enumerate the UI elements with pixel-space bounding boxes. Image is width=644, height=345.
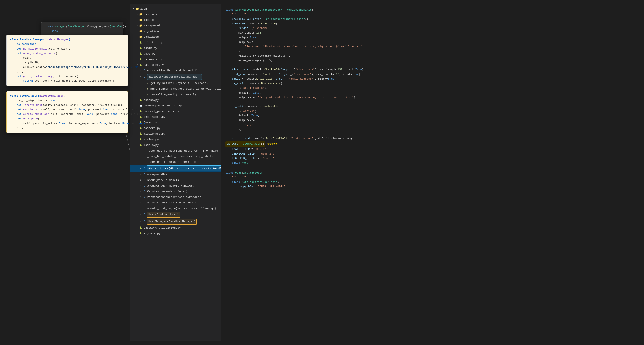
folder-icon-locale: 📁 <box>139 18 143 22</box>
tree-item-signals[interactable]: 🐍 signals.py <box>130 231 221 236</box>
tree-label-update-last-login: update_last_login(sender, user, **kwargs… <box>147 206 216 211</box>
chevron-groupmanager <box>139 184 142 188</box>
py-icon-backends: 🐍 <box>139 57 143 61</box>
tree-item-permission[interactable]: C Permission(models.Model) <box>130 189 221 194</box>
chevron-permissionmanager <box>139 195 142 199</box>
tree-label-usermanager: UserManager(BaseUserManager) <box>147 219 197 225</box>
tree-label-auth: auth <box>140 6 147 11</box>
tree-item-get-by-natural-key[interactable]: m get_by_natural_key(self, username) <box>130 80 221 86</box>
class-icon-permission: C <box>142 190 146 194</box>
tree-item-baseusermanager[interactable]: C BaseUserManager(models.Manager) <box>130 74 221 80</box>
tree-item-password-validation[interactable]: 🐍 password_validation.py <box>130 225 221 231</box>
tree-label-abstractbaseuser: AbstractBaseUser(models.Model) <box>147 68 198 73</box>
chevron-migrations <box>135 30 139 33</box>
tree-item-permissionmanager[interactable]: C PermissionManager(models.Manager) <box>130 194 221 200</box>
method-icon-make-random-password: m <box>146 87 150 91</box>
tree-item-migrations[interactable]: 📁 migrations <box>130 28 221 34</box>
folder-icon-migrations: 📁 <box>139 29 143 33</box>
tree-item-normalize-email[interactable]: m normalize_email(cls, email) <box>130 92 221 97</box>
tree-item-init[interactable]: 🐍 __init__.py <box>130 40 221 45</box>
method-icon-normalize-email: m <box>146 93 150 96</box>
class-icon-anonymoususer: C <box>142 173 146 177</box>
tree-label-backends: backends.py <box>144 57 162 62</box>
tree-item-update-last-login[interactable]: f update_last_login(sender, user, **kwar… <box>130 206 221 211</box>
tree-label-models: models.py <box>144 143 159 148</box>
chevron-models <box>135 143 139 147</box>
tree-item-middleware[interactable]: 🐍 middleware.py <box>130 131 221 137</box>
tree-item-checks[interactable]: 🐍 checks.py <box>130 97 221 103</box>
tree-item-usermanager[interactable]: C UserManager(BaseUserManager) <box>130 218 221 225</box>
chevron-permission <box>139 190 142 193</box>
tree-label-mixins: mixins.py <box>144 137 159 142</box>
tree-label-locale: locale <box>144 18 154 22</box>
chevron-group <box>139 179 142 182</box>
tree-item-models[interactable]: 🐍 models.py <box>130 142 221 148</box>
tree-item-backends[interactable]: 🐍 backends.py <box>130 57 221 62</box>
chevron-templates <box>135 35 139 39</box>
class-icon-abstractbaseuser: C <box>142 69 146 73</box>
tree-label-signals: signals.py <box>144 231 160 236</box>
tree-item-user-has-perm[interactable]: f _user_has_perm(user, perm, obj) <box>130 159 221 165</box>
tree-label-permissionsmixin: PermissionsMixin(models.Model) <box>147 200 198 205</box>
tree-label-user-has-perm: _user_has_perm(user, perm, obj) <box>147 160 200 164</box>
func-icon-update-last-login: f <box>142 207 146 210</box>
gz-icon-common-passwords: 📄 <box>139 104 143 108</box>
chevron-locale <box>135 18 139 22</box>
chevron-permissionsmixin <box>139 201 142 205</box>
class-icon-groupmanager: C <box>142 184 146 188</box>
tree-item-admin[interactable]: 🐍 admin.py <box>130 45 221 51</box>
py-icon-mixins: 🐍 <box>139 138 143 142</box>
tree-item-locale[interactable]: 📁 locale <box>130 17 221 23</box>
chevron-management <box>135 24 139 27</box>
py-icon-init: 🐍 <box>139 41 143 44</box>
base-user-manager-popup: class BaseUserManager(models.Manager): @… <box>6 35 128 86</box>
folder-icon-management: 📁 <box>139 24 143 28</box>
tree-item-anonymoususer[interactable]: C AnonymousUser <box>130 172 221 177</box>
tree-item-apps[interactable]: 🐍 apps.py <box>130 51 221 57</box>
tree-label-handlers: handlers <box>144 12 157 17</box>
abstract-user-class-block: class AbstractUser(AbstractBaseUser, Per… <box>226 8 635 165</box>
tree-item-templates[interactable]: 📁 templates <box>130 34 221 40</box>
class-icon-permissionmanager: C <box>142 195 146 199</box>
user-class-block: class User(AbstractUser): """...""" clas… <box>226 171 635 189</box>
py-icon-apps: 🐍 <box>139 52 143 56</box>
py-icon-models: 🐍 <box>139 143 143 147</box>
py-icon-middleware: 🐍 <box>139 132 143 136</box>
tree-item-common-passwords[interactable]: 📄 common-passwords.txt.gz <box>130 103 221 109</box>
tree-item-user-has-module-perms[interactable]: f _user_has_module_perms(user, app_label… <box>130 154 221 159</box>
tree-item-permissionsmixin[interactable]: C PermissionsMixin(models.Model) <box>130 200 221 206</box>
tree-label-password-validation: password_validation.py <box>144 226 181 230</box>
tree-item-base-user[interactable]: 🐍 base_user.py <box>130 62 221 68</box>
tree-item-handlers[interactable]: 📁 handlers <box>130 12 221 17</box>
tree-label-management: management <box>144 23 160 28</box>
class-icon-permissionsmixin: C <box>142 201 146 205</box>
class-icon-user: C <box>142 213 146 217</box>
tree-label-permission: Permission(models.Model) <box>147 189 188 194</box>
tree-label-user-get-permissions: _user_get_permissions(user, obj, from_na… <box>147 148 220 153</box>
tree-item-abstractbaseuser[interactable]: C AbstractBaseUser(models.Model) <box>130 68 221 74</box>
class-icon-baseusermanager: C <box>142 75 146 79</box>
main-container: class Manager(BaseManager.from_queryset(… <box>0 0 644 345</box>
file-tree-panel: 📁 auth 📁 handlers 📁 locale 📁 management … <box>130 4 221 341</box>
tree-item-user-get-permissions[interactable]: f _user_get_permissions(user, obj, from_… <box>130 148 221 154</box>
chevron-anonymoususer <box>139 173 142 176</box>
tree-label-hashers: hashers.py <box>144 126 160 131</box>
tree-label-apps: apps.py <box>144 51 156 56</box>
tree-item-make-random-password[interactable]: m make_random_password(self, length=10, … <box>130 86 221 92</box>
tree-label-user-has-module-perms: _user_has_module_perms(user, app_label) <box>147 154 213 159</box>
func-icon-user-has-module-perms: f <box>142 155 146 158</box>
func-icon-user-get-permissions: f <box>142 149 146 153</box>
tree-item-mixins[interactable]: 🐍 mixins.py <box>130 137 221 142</box>
tree-item-group[interactable]: C Group(models.Model) <box>130 177 221 183</box>
tree-label-templates: templates <box>144 35 159 39</box>
tree-item-groupmanager[interactable]: C GroupManager(models.Manager) <box>130 183 221 189</box>
tree-label-abstractuser: AbstractUser(AbstractBaseUser, Permissio… <box>147 165 221 171</box>
tree-item-user[interactable]: C User(AbstractUser) <box>130 211 221 218</box>
tree-label-common-passwords: common-passwords.txt.gz <box>144 103 182 108</box>
tree-item-hashers[interactable]: 🐍 hashers.py <box>130 125 221 131</box>
class-icon-group: C <box>142 178 146 182</box>
tree-item-abstractuser[interactable]: C AbstractUser(AbstractBaseUser, Permiss… <box>130 165 221 172</box>
chevron-abstractbaseuser <box>139 69 142 72</box>
tree-item-management[interactable]: 📁 management <box>130 23 221 28</box>
tree-item-auth[interactable]: 📁 auth <box>130 6 221 12</box>
